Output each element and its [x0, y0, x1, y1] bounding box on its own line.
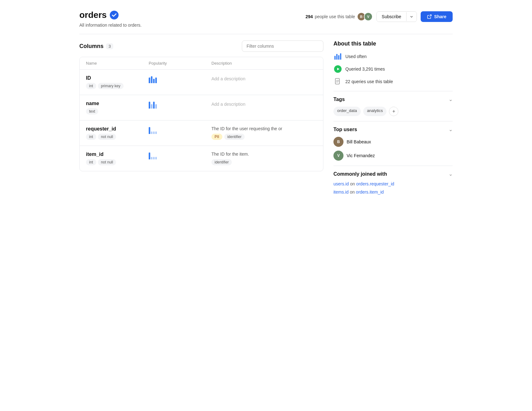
col-header-description: Description	[211, 61, 317, 66]
share-button[interactable]: Share	[421, 11, 453, 22]
join-on-text: on	[350, 181, 356, 186]
columns-table: Name Popularity Description ID int prima…	[79, 57, 323, 171]
column-name: ID	[86, 75, 149, 81]
right-panel: About this table Used often	[333, 40, 453, 198]
about-title: About this table	[333, 40, 453, 47]
columns-title: Columns 3	[79, 43, 113, 50]
popularity-cell	[149, 152, 211, 159]
left-panel: Columns 3 Name Popularity Description ID	[79, 40, 323, 198]
subscribe-main-button[interactable]: Subscribe	[377, 12, 406, 22]
add-tag-button[interactable]: +	[389, 107, 398, 116]
section-divider	[333, 166, 453, 166]
table-row: requester_id int not null	[80, 120, 323, 146]
subscribe-chevron-button[interactable]	[406, 12, 417, 21]
share-icon	[427, 14, 432, 19]
table-row: item_id int not null	[80, 146, 323, 171]
description-placeholder[interactable]: Add a description	[211, 101, 317, 107]
items-id-link[interactable]: items.id	[333, 189, 348, 195]
doc-icon	[333, 77, 342, 86]
page-title: orders	[79, 10, 107, 20]
popularity-bar-icon	[149, 76, 157, 83]
join-link[interactable]: items.id on orders.item_id	[333, 189, 453, 195]
table-header-row: Name Popularity Description	[80, 57, 323, 70]
identifier-tag: identifier	[224, 134, 245, 140]
chevron-down-icon	[410, 15, 413, 19]
column-tag: not null	[98, 134, 116, 140]
description-text: The ID for the item.	[211, 152, 317, 157]
tag-analytics[interactable]: analytics	[363, 107, 387, 116]
identifier-tag: identifier	[211, 159, 232, 165]
user-avatar: B	[333, 137, 343, 147]
queries-text: 22 queries use this table	[345, 79, 393, 84]
col-header-popularity: Popularity	[149, 61, 211, 66]
section-divider	[333, 121, 453, 121]
header-divider	[79, 34, 453, 34]
column-name: item_id	[86, 152, 149, 157]
top-users-title: Top users	[333, 127, 357, 132]
column-tag: not null	[98, 159, 116, 165]
column-tag: int	[86, 159, 96, 165]
bar-chart-icon	[333, 52, 342, 61]
user-row: V Vic Fernandez	[333, 151, 453, 161]
tags-row: order_data analytics +	[333, 107, 453, 116]
tags-section-title: Tags	[333, 97, 345, 102]
subscribe-button[interactable]: Subscribe	[376, 11, 417, 22]
pii-tag: PII	[211, 134, 222, 140]
stat-used-often: Used often	[333, 52, 453, 61]
column-tag: int	[86, 134, 96, 140]
table-row: name text	[80, 95, 323, 120]
stat-queries: 22 queries use this table	[333, 77, 453, 86]
join-link[interactable]: users.id on orders.requester_id	[333, 181, 453, 186]
popularity-cell	[149, 101, 211, 109]
play-icon	[333, 65, 342, 73]
tag-order-data[interactable]: order_data	[333, 107, 361, 116]
popularity-bar-icon	[149, 152, 157, 159]
popularity-cell	[149, 126, 211, 134]
top-users-chevron-icon: ⌄	[449, 126, 453, 132]
user-avatar: V	[333, 151, 343, 161]
column-name: name	[86, 101, 149, 106]
join-on-text: on	[350, 189, 356, 195]
column-tag: primary key	[98, 83, 124, 89]
queried-text: Queried 3,291 times	[345, 67, 385, 72]
top-users-section-header[interactable]: Top users ⌄	[333, 126, 453, 132]
column-name: requester_id	[86, 126, 149, 132]
col-header-name: Name	[86, 61, 149, 66]
columns-count: 3	[106, 43, 113, 49]
stat-queried: Queried 3,291 times	[333, 65, 453, 73]
used-often-text: Used often	[345, 54, 367, 59]
description-placeholder[interactable]: Add a description	[211, 75, 317, 81]
share-label: Share	[434, 14, 446, 19]
orders-requester-id-link[interactable]: orders.requester_id	[356, 181, 394, 186]
popularity-cell	[149, 75, 211, 83]
tags-chevron-icon: ⌄	[449, 96, 453, 102]
popularity-bar-icon	[149, 127, 157, 134]
column-tag: int	[86, 83, 96, 89]
table-row: ID int primary key	[80, 70, 323, 95]
joins-title: Commonly joined with	[333, 171, 387, 177]
joins-chevron-icon: ⌄	[449, 171, 453, 177]
page-subtitle: All information related to orders.	[79, 23, 141, 28]
popularity-bar-icon	[149, 102, 157, 109]
people-count: 294 people use this table B V	[306, 12, 373, 21]
orders-item-id-link[interactable]: orders.item_id	[356, 189, 384, 195]
svg-point-0	[110, 11, 119, 19]
tags-section-header[interactable]: Tags ⌄	[333, 96, 453, 102]
verified-icon	[110, 11, 119, 19]
description-text: The ID for the user requesting the or	[211, 126, 317, 131]
filter-columns-input[interactable]	[242, 40, 323, 52]
section-divider	[333, 91, 453, 91]
users-id-link[interactable]: users.id	[333, 181, 349, 186]
column-tag: text	[86, 108, 98, 115]
user-name: Bill Babeaux	[347, 139, 371, 144]
avatar: V	[364, 12, 373, 21]
avatar-group: B V	[357, 12, 373, 21]
user-row: B Bill Babeaux	[333, 137, 453, 147]
user-name: Vic Fernandez	[347, 153, 375, 158]
joins-section-header[interactable]: Commonly joined with ⌄	[333, 171, 453, 177]
